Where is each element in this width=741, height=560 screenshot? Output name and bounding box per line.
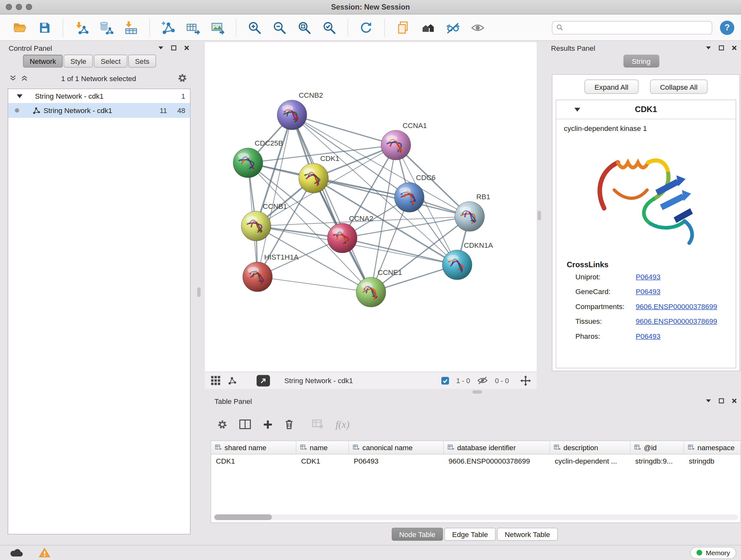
network-node-CDC6[interactable] (394, 183, 424, 212)
network-node-HIST1H1A[interactable] (243, 262, 273, 292)
home-button[interactable] (418, 17, 438, 38)
column-header-shared-name[interactable]: shared name (211, 441, 296, 454)
selected-checkbox-icon[interactable] (441, 376, 449, 385)
column-header-description[interactable]: description (550, 441, 630, 454)
gear-icon[interactable] (177, 73, 188, 83)
control-panel-collapse-button[interactable] (158, 46, 164, 50)
zoom-selected-button[interactable] (320, 17, 340, 38)
add-column-plus-icon[interactable] (263, 419, 273, 429)
collapse-all-tree-icon[interactable] (10, 75, 16, 81)
network-edge[interactable] (292, 115, 396, 145)
tab-network-table[interactable]: Network Table (497, 528, 557, 541)
network-edge[interactable] (292, 115, 371, 292)
export-table-button[interactable] (183, 17, 203, 38)
search-box[interactable] (552, 21, 713, 34)
tab-style[interactable]: Style (64, 55, 93, 68)
network-node-CDK1[interactable] (299, 164, 328, 193)
export-image-button[interactable] (208, 17, 228, 38)
splitter-handle-right[interactable] (538, 211, 541, 220)
network-node-CCNB1[interactable] (241, 211, 271, 241)
column-header-namespace[interactable]: namespace (684, 441, 741, 454)
protein-card-header[interactable]: CDK1 (556, 100, 736, 119)
network-canvas[interactable]: CCNB2CCNA1CDC25BCDK1CDC6RB1CCNB1CCNA2CDK… (205, 42, 537, 372)
collapse-all-button[interactable]: Collapse All (650, 79, 708, 94)
crosslink-link[interactable]: P06493 (636, 287, 661, 296)
column-header-canonical-name[interactable]: canonical name (349, 441, 444, 454)
hidden-eye-slash-icon[interactable] (477, 376, 488, 385)
open-session-button[interactable] (10, 17, 30, 38)
network-edge[interactable] (258, 277, 371, 292)
network-edge[interactable] (314, 178, 470, 216)
import-network-database-button[interactable] (96, 17, 117, 38)
delete-column-trash-icon[interactable] (284, 419, 294, 430)
network-node-CCNA2[interactable] (327, 223, 357, 253)
show-columns-icon[interactable] (239, 419, 252, 429)
network-row-selected[interactable]: String Network - cdk1 11 48 (8, 103, 190, 118)
help-button[interactable]: ? (720, 20, 734, 35)
crosslink-link[interactable]: 9606.ENSP00000378699 (636, 302, 717, 311)
zoom-in-button[interactable] (245, 17, 265, 38)
new-network-button[interactable] (158, 17, 178, 38)
column-header-name[interactable]: name (296, 441, 349, 454)
tab-string[interactable]: String (623, 55, 659, 68)
memory-button[interactable]: Memory (690, 547, 736, 559)
search-input[interactable] (566, 23, 708, 31)
scrollbar-thumb[interactable] (214, 514, 272, 520)
expand-all-button[interactable]: Expand All (584, 79, 638, 94)
cloud-icon[interactable] (10, 548, 24, 557)
results-panel-close-button[interactable] (731, 45, 737, 51)
copy-documents-button[interactable] (393, 17, 413, 38)
table-horizontal-scrollbar[interactable] (213, 514, 738, 520)
tab-network[interactable]: Network (23, 55, 63, 68)
network-node-CCNB2[interactable] (277, 100, 307, 130)
control-panel-float-button[interactable] (171, 45, 177, 51)
import-network-file-button[interactable] (71, 17, 91, 38)
network-view[interactable]: CCNB2CCNA1CDC25BCDK1CDC6RB1CCNB1CCNA2CDK… (205, 42, 537, 372)
protein-collapse-caret[interactable] (575, 108, 580, 111)
splitter-handle-left[interactable] (197, 287, 201, 297)
table-panel-float-button[interactable] (719, 398, 724, 404)
network-collection-row[interactable]: String Network - cdk1 1 (8, 89, 190, 103)
network-tree: String Network - cdk1 1 String Network -… (8, 89, 191, 535)
show-eye-button[interactable] (468, 17, 488, 38)
table-panel-collapse-button[interactable] (705, 399, 711, 403)
crosslink-link[interactable]: P06493 (636, 332, 661, 340)
network-node-RB1[interactable] (455, 202, 484, 232)
save-session-button[interactable] (35, 17, 55, 38)
crosslink-row: Compartments:9606.ENSP00000378699 (556, 299, 736, 314)
column-header--id[interactable]: @id (630, 441, 684, 454)
hide-glasses-button[interactable] (443, 17, 463, 38)
network-node-CCNA1[interactable] (381, 130, 411, 160)
results-panel-collapse-button[interactable] (705, 46, 711, 50)
expand-all-tree-icon[interactable] (21, 75, 28, 81)
control-panel-close-button[interactable] (184, 45, 190, 51)
open-in-new-window-button[interactable] (257, 375, 270, 386)
network-edge[interactable] (342, 238, 457, 265)
tab-select[interactable]: Select (94, 55, 128, 68)
zoom-out-button[interactable] (270, 17, 290, 38)
table-row[interactable]: CDK1CDK1P064939606.ENSP00000378699cyclin… (211, 455, 741, 468)
title-bar: Session: New Session (0, 0, 741, 14)
grid-view-icon[interactable] (211, 375, 221, 386)
table-panel-close-button[interactable] (731, 398, 737, 404)
import-table-button[interactable] (121, 17, 141, 38)
tab-sets[interactable]: Sets (128, 55, 156, 68)
crosslink-link[interactable]: 9606.ENSP00000378699 (636, 317, 717, 325)
network-node-CDC25B[interactable] (233, 148, 263, 178)
results-panel-float-button[interactable] (719, 45, 724, 51)
protein-detail-card: CDK1 cyclin-dependent kinase 1 (556, 100, 737, 368)
warning-icon[interactable] (38, 548, 51, 558)
crosslink-link[interactable]: P06493 (636, 273, 661, 281)
network-node-CCNE1[interactable] (356, 277, 386, 307)
zoom-fit-button[interactable] (294, 17, 315, 38)
network-list-icon[interactable] (227, 376, 237, 385)
tab-node-table[interactable]: Node Table (392, 528, 443, 541)
column-header-database-identifier[interactable]: database identifier (444, 441, 550, 454)
collection-expand-caret[interactable] (17, 94, 23, 98)
refresh-button[interactable] (356, 17, 376, 38)
network-node-CDKN1A[interactable] (442, 250, 472, 280)
tab-edge-table[interactable]: Edge Table (445, 528, 495, 541)
splitter-handle-bottom[interactable] (473, 390, 482, 394)
table-settings-gear-icon[interactable] (217, 419, 228, 430)
fit-content-move-icon[interactable] (521, 375, 531, 386)
